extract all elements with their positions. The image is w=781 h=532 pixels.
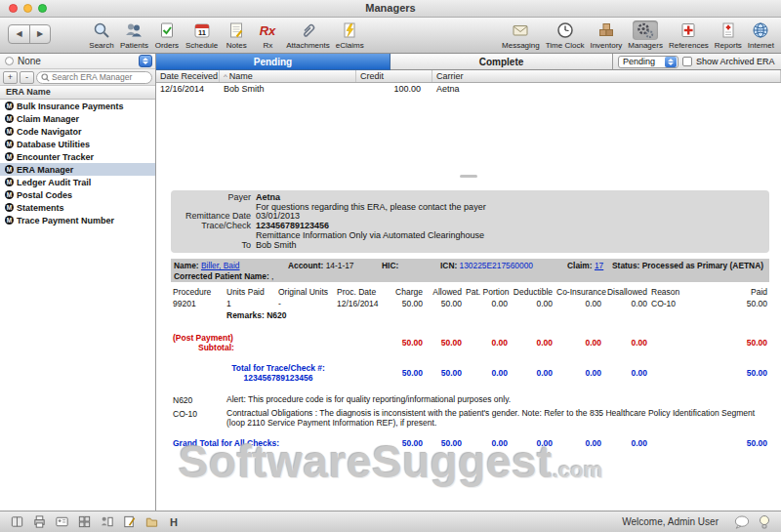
toolbar-item-inventory[interactable]: Inventory xyxy=(587,20,625,51)
toolbar-item-orders[interactable]: Orders xyxy=(151,20,183,51)
toolbar-item-notes[interactable]: Notes xyxy=(221,20,252,51)
patient-record-icon[interactable] xyxy=(98,513,115,530)
toolbar-item-references[interactable]: References xyxy=(666,20,712,51)
forward-button[interactable]: ▶ xyxy=(29,25,50,43)
sidebar-item-ledger-audit-trail[interactable]: M Ledger Audit Trail xyxy=(0,176,155,188)
sidebar-item-encounter-tracker[interactable]: M Encounter Tracker xyxy=(0,150,155,163)
toolbar-item-patients[interactable]: Patients xyxy=(117,20,151,51)
era-table-row[interactable]: 12/16/2014 Bob Smith 100.00 Aetna xyxy=(156,83,781,96)
manager-badge-icon: M xyxy=(5,203,14,212)
schedule-icon: 11 xyxy=(189,20,215,40)
sidebar-item-postal-codes[interactable]: M Postal Codes xyxy=(0,188,155,201)
lightning-document-icon xyxy=(337,20,362,40)
claim-number-link[interactable]: 17 xyxy=(595,261,603,270)
code-n620-description: Alert: This procedure code is for qualit… xyxy=(225,394,769,406)
toolbar-item-timeclock[interactable]: Time Clock xyxy=(543,20,588,51)
close-window-button[interactable] xyxy=(9,4,18,13)
minimize-window-button[interactable] xyxy=(23,4,32,13)
column-header-carrier[interactable]: Carrier xyxy=(432,70,781,82)
sidebar-item-claim-manager[interactable]: M Claim Manager xyxy=(0,112,155,125)
column-header-credit[interactable]: Credit xyxy=(356,70,432,82)
remarks-row: Remarks: N620 xyxy=(171,309,769,321)
sidebar-item-statements[interactable]: M Statements xyxy=(0,201,155,214)
boxes-icon xyxy=(594,20,619,40)
hipaa-h-icon[interactable]: H xyxy=(165,513,183,530)
claim-account-field: Account: 14-1-17 xyxy=(288,261,354,270)
toolbar-item-managers[interactable]: Managers xyxy=(625,20,666,51)
sidebar-search-field[interactable] xyxy=(36,71,152,84)
add-era-button[interactable]: + xyxy=(3,71,18,84)
manager-badge-icon: M xyxy=(5,127,14,136)
grand-total-row: Grand Total for All Checks: 50.00 50.00 … xyxy=(171,437,769,449)
trace-check-label: Trace/Check xyxy=(171,222,251,231)
splitter-handle[interactable] xyxy=(460,175,477,178)
toolbar-item-rx[interactable]: Rx Rx xyxy=(252,20,283,51)
toolbar-item-internet[interactable]: Internet xyxy=(745,20,777,51)
show-archived-checkbox[interactable] xyxy=(682,57,692,66)
manager-badge-icon: M xyxy=(5,114,14,123)
welcome-user-text: Welcome, Admin User xyxy=(622,516,719,527)
back-button[interactable]: ◀ xyxy=(9,25,29,43)
grid-icon[interactable] xyxy=(75,513,93,530)
toolbar-item-schedule[interactable]: 11 Schedule xyxy=(183,20,221,51)
tab-complete[interactable]: Complete xyxy=(390,54,613,70)
status-dropdown-value: Pending xyxy=(619,57,665,66)
search-input[interactable] xyxy=(52,72,147,82)
stepper-down-icon xyxy=(143,61,148,64)
remove-era-button[interactable]: - xyxy=(20,71,34,84)
envelope-icon xyxy=(508,20,533,40)
svg-text:11: 11 xyxy=(198,28,206,37)
toolbar-item-search[interactable]: Search xyxy=(86,20,117,51)
sidebar-item-database-utilities[interactable]: M Database Utilities xyxy=(0,138,155,150)
sidebar-item-code-navigator[interactable]: M Code Navigator xyxy=(0,125,155,138)
main-toolbar: ◀ ▶ Search Patients Orders 11 Schedule xyxy=(0,18,781,54)
procedure-table: Procedure Units Paid Original Units Proc… xyxy=(171,286,769,449)
search-magnifier-icon xyxy=(41,68,50,86)
trace-total-row: Total for Trace/Check #: 123456789123456… xyxy=(171,362,769,384)
traffic-lights xyxy=(9,4,47,13)
era-row-credit: 100.00 xyxy=(356,83,432,96)
remarks-field: Remarks: N620 xyxy=(225,309,425,321)
filter-popup-stepper[interactable] xyxy=(139,55,152,67)
patient-name-link[interactable]: Biller, Baid xyxy=(201,261,240,270)
era-tab-bar: Pending Complete Pending Show Archived E… xyxy=(156,54,781,70)
toolbar-item-messaging[interactable]: Messaging xyxy=(499,20,543,51)
sidebar-item-label: Ledger Audit Trail xyxy=(17,178,91,187)
code-co10-description: Contractual Obligations : The diagnosis … xyxy=(225,408,769,429)
lightbulb-icon[interactable] xyxy=(756,513,773,530)
procedure-row[interactable]: 99201 1 - 12/16/2014 50.00 50.00 0.00 0.… xyxy=(171,298,769,309)
edit-form-icon[interactable] xyxy=(120,513,138,530)
code-explanation-row: CO-10 Contractual Obligations : The diag… xyxy=(171,408,769,429)
nav-buttons: ◀ ▶ xyxy=(8,24,51,44)
era-row-date: 12/16/2014 xyxy=(156,83,220,96)
ledger-icon[interactable] xyxy=(8,513,25,530)
zoom-window-button[interactable] xyxy=(38,4,47,13)
printer-icon[interactable] xyxy=(30,513,48,530)
column-header-date-received[interactable]: Date Received xyxy=(156,70,220,82)
toolbar-item-attachments[interactable]: Attachments xyxy=(283,20,332,51)
filter-radio-none[interactable] xyxy=(5,57,14,65)
sidebar-item-bulk-insurance-payments[interactable]: M Bulk Insurance Payments xyxy=(0,100,155,112)
code-explanation-row: N620 Alert: This procedure code is for q… xyxy=(171,394,769,406)
remittance-date-value: 03/01/2013 xyxy=(256,212,769,222)
status-dropdown[interactable]: Pending xyxy=(618,56,678,68)
claim-icn-field: ICN: 130225E217560000 xyxy=(440,261,533,270)
folder-icon[interactable] xyxy=(143,513,160,530)
claim-header-bar: Name: Biller, Baid Account: 14-1-17 HIC:… xyxy=(171,259,769,282)
filter-radio-label: None xyxy=(18,56,139,66)
sidebar-item-trace-payment-number[interactable]: M Trace Payment Number xyxy=(0,214,155,226)
paperclip-icon xyxy=(296,20,321,40)
sidebar-item-era-manager[interactable]: M ERA Manager xyxy=(0,163,155,176)
column-header-name[interactable]: ^ Name xyxy=(220,70,356,82)
toolbar-item-reports[interactable]: Reports xyxy=(712,20,745,51)
clock-icon xyxy=(553,20,578,40)
sidebar-item-label: Code Navigator xyxy=(17,127,82,137)
gears-icon xyxy=(633,20,658,40)
code-n620: N620 xyxy=(171,394,225,406)
to-value: Bob Smith xyxy=(256,241,769,251)
sidebar: None + - ERA Name M Bulk Insurance Payme… xyxy=(0,54,156,511)
toolbar-item-eclaims[interactable]: eClaims xyxy=(333,20,367,51)
tab-pending[interactable]: Pending xyxy=(156,54,390,70)
contact-card-icon[interactable] xyxy=(53,513,70,530)
chat-bubble-icon[interactable] xyxy=(733,513,751,530)
